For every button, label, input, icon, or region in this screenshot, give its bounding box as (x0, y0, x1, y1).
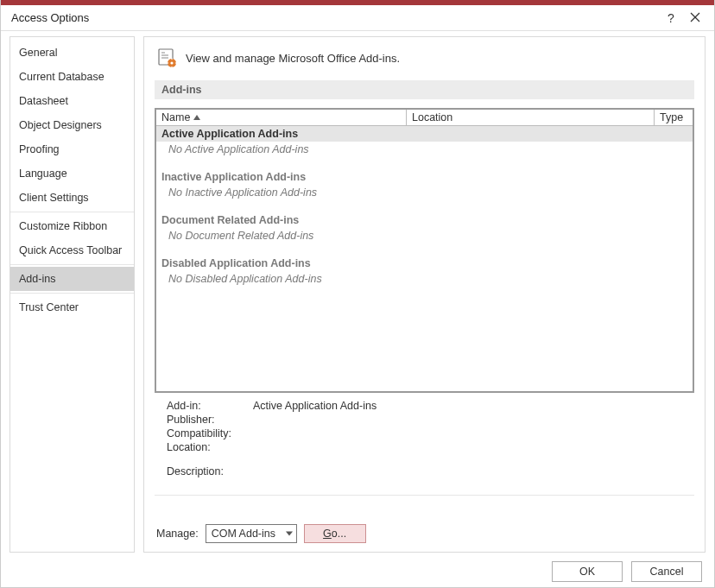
detail-value-addin: Active Application Add-ins (253, 400, 376, 412)
group-active-addins[interactable]: Active Application Add-ins (156, 126, 693, 142)
main-panel: View and manage Microsoft Office Add-ins… (143, 36, 706, 553)
column-header-name[interactable]: Name (156, 110, 407, 125)
sidebar-separator (10, 212, 134, 212)
dialog-body: General Current Database Datasheet Objec… (1, 31, 714, 553)
group-inactive-empty: No Inactive Application Add-ins (156, 185, 693, 200)
sidebar-separator (10, 293, 134, 294)
group-disabled-addins[interactable]: Disabled Application Add-ins (156, 256, 693, 271)
manage-row: Manage: COM Add-ins Go... (155, 524, 694, 543)
svg-point-7 (170, 61, 173, 64)
manage-select-value: COM Add-ins (212, 528, 275, 540)
chevron-down-icon (286, 532, 293, 536)
sidebar-item-language[interactable]: Language (10, 161, 134, 186)
divider (155, 495, 694, 496)
close-button[interactable] (683, 11, 707, 25)
addins-list-header: Name Location Type (156, 110, 693, 126)
addin-details: Add-in:Active Application Add-ins Publis… (155, 393, 694, 479)
column-header-location[interactable]: Location (407, 110, 655, 125)
manage-label: Manage: (156, 528, 199, 540)
sidebar-item-current-database[interactable]: Current Database (10, 65, 134, 89)
detail-label-description: Description: (167, 465, 253, 477)
dialog-footer: OK Cancel (552, 561, 702, 582)
category-sidebar: General Current Database Datasheet Objec… (9, 36, 135, 553)
close-icon (690, 12, 700, 22)
column-header-type[interactable]: Type (655, 110, 693, 125)
page-heading-text: View and manage Microsoft Office Add-ins… (186, 52, 400, 65)
detail-label-addin: Add-in: (167, 400, 253, 412)
addins-list[interactable]: Name Location Type Active Application Ad… (155, 108, 694, 393)
sidebar-item-client-settings[interactable]: Client Settings (10, 186, 134, 210)
sidebar-item-quick-access-toolbar[interactable]: Quick Access Toolbar (10, 238, 134, 262)
access-options-window: Access Options ? General Current Databas… (0, 0, 715, 588)
cancel-button[interactable]: Cancel (631, 561, 702, 582)
group-active-empty: No Active Application Add-ins (156, 142, 693, 157)
sidebar-item-add-ins[interactable]: Add-ins (10, 267, 134, 291)
page-heading: View and manage Microsoft Office Add-ins… (156, 47, 694, 68)
sidebar-item-datasheet[interactable]: Datasheet (10, 89, 134, 113)
sidebar-item-customize-ribbon[interactable]: Customize Ribbon (10, 214, 134, 238)
group-disabled-empty: No Disabled Application Add-ins (156, 271, 693, 287)
manage-select[interactable]: COM Add-ins (206, 524, 297, 543)
detail-label-location: Location: (167, 441, 253, 453)
ok-button[interactable]: OK (552, 561, 623, 582)
window-title: Access Options (11, 11, 89, 24)
group-document-empty: No Document Related Add-ins (156, 228, 693, 243)
sidebar-separator (10, 264, 134, 265)
sidebar-item-proofing[interactable]: Proofing (10, 137, 134, 161)
sidebar-item-object-designers[interactable]: Object Designers (10, 113, 134, 137)
addins-icon (156, 47, 177, 68)
titlebar: Access Options ? (1, 5, 714, 31)
group-inactive-addins[interactable]: Inactive Application Add-ins (156, 169, 693, 185)
group-document-addins[interactable]: Document Related Add-ins (156, 212, 693, 228)
sidebar-item-general[interactable]: General (10, 41, 134, 65)
section-banner-addins: Add-ins (155, 80, 694, 99)
detail-label-publisher: Publisher: (167, 414, 253, 426)
go-button[interactable]: Go... (304, 524, 366, 543)
sort-ascending-icon (193, 115, 200, 120)
help-button[interactable]: ? (659, 11, 683, 25)
detail-label-compatibility: Compatibility: (167, 427, 253, 439)
addins-list-body: Active Application Add-ins No Active App… (156, 126, 693, 391)
sidebar-item-trust-center[interactable]: Trust Center (10, 295, 134, 319)
